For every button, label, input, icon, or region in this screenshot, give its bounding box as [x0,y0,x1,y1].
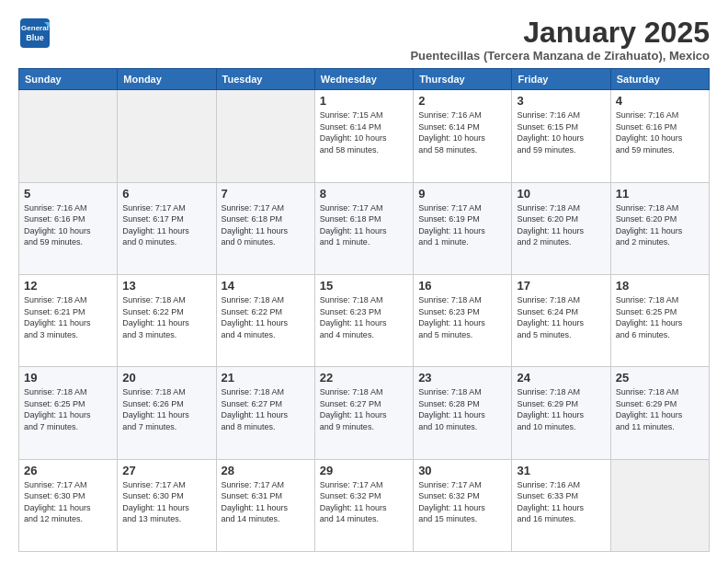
day-info: Sunrise: 7:18 AM Sunset: 6:25 PM Dayligh… [616,294,704,340]
table-row: 16Sunrise: 7:18 AM Sunset: 6:23 PM Dayli… [414,274,512,366]
day-number: 10 [517,187,605,201]
col-friday: Friday [512,69,610,90]
table-row: 2Sunrise: 7:16 AM Sunset: 6:14 PM Daylig… [414,90,512,182]
calendar-table: Sunday Monday Tuesday Wednesday Thursday… [18,68,710,552]
table-row: 29Sunrise: 7:17 AM Sunset: 6:32 PM Dayli… [314,459,413,551]
day-number: 3 [517,94,605,108]
table-row: 12Sunrise: 7:18 AM Sunset: 6:21 PM Dayli… [19,274,118,366]
table-row [118,90,216,182]
col-tuesday: Tuesday [216,69,314,90]
table-row: 28Sunrise: 7:17 AM Sunset: 6:31 PM Dayli… [216,459,314,551]
table-row: 14Sunrise: 7:18 AM Sunset: 6:22 PM Dayli… [216,274,314,366]
page: General Blue January 2025 Puentecillas (… [0,0,728,563]
day-number: 22 [320,371,408,385]
day-number: 9 [418,187,506,201]
table-row [610,459,709,551]
day-info: Sunrise: 7:18 AM Sunset: 6:25 PM Dayligh… [24,386,112,432]
day-number: 25 [616,371,704,385]
day-info: Sunrise: 7:18 AM Sunset: 6:29 PM Dayligh… [616,386,704,432]
svg-text:Blue: Blue [26,33,44,42]
table-row: 22Sunrise: 7:18 AM Sunset: 6:27 PM Dayli… [314,367,413,459]
day-info: Sunrise: 7:17 AM Sunset: 6:17 PM Dayligh… [122,202,210,248]
day-info: Sunrise: 7:18 AM Sunset: 6:22 PM Dayligh… [222,294,310,340]
day-number: 12 [24,279,112,293]
day-info: Sunrise: 7:18 AM Sunset: 6:20 PM Dayligh… [616,202,704,248]
day-info: Sunrise: 7:18 AM Sunset: 6:20 PM Dayligh… [517,202,605,248]
day-number: 16 [418,279,506,293]
col-saturday: Saturday [610,69,709,90]
day-number: 15 [320,279,408,293]
day-info: Sunrise: 7:17 AM Sunset: 6:32 PM Dayligh… [418,479,506,525]
table-row: 8Sunrise: 7:17 AM Sunset: 6:18 PM Daylig… [314,182,413,274]
table-row: 11Sunrise: 7:18 AM Sunset: 6:20 PM Dayli… [610,182,709,274]
table-row: 3Sunrise: 7:16 AM Sunset: 6:15 PM Daylig… [512,90,610,182]
day-number: 23 [418,371,506,385]
table-row: 30Sunrise: 7:17 AM Sunset: 6:32 PM Dayli… [414,459,512,551]
table-row: 31Sunrise: 7:16 AM Sunset: 6:33 PM Dayli… [512,459,610,551]
day-number: 11 [616,187,704,201]
day-number: 4 [616,94,704,108]
calendar-week-row: 12Sunrise: 7:18 AM Sunset: 6:21 PM Dayli… [19,274,710,366]
table-row [19,90,118,182]
month-title: January 2025 [410,17,710,49]
day-info: Sunrise: 7:18 AM Sunset: 6:27 PM Dayligh… [222,386,310,432]
calendar-week-row: 19Sunrise: 7:18 AM Sunset: 6:25 PM Dayli… [19,367,710,459]
day-info: Sunrise: 7:16 AM Sunset: 6:15 PM Dayligh… [517,109,605,155]
day-info: Sunrise: 7:16 AM Sunset: 6:14 PM Dayligh… [418,109,506,155]
table-row: 23Sunrise: 7:18 AM Sunset: 6:28 PM Dayli… [414,367,512,459]
day-number: 19 [24,371,112,385]
day-number: 27 [122,464,210,477]
col-monday: Monday [118,69,216,90]
col-thursday: Thursday [414,69,512,90]
day-info: Sunrise: 7:18 AM Sunset: 6:27 PM Dayligh… [320,386,408,432]
day-number: 5 [24,187,112,201]
table-row: 21Sunrise: 7:18 AM Sunset: 6:27 PM Dayli… [216,367,314,459]
day-number: 31 [517,464,605,477]
day-number: 26 [24,464,112,477]
day-number: 1 [320,94,408,108]
day-info: Sunrise: 7:15 AM Sunset: 6:14 PM Dayligh… [320,109,408,155]
day-number: 18 [616,279,704,293]
day-number: 29 [320,464,408,477]
table-row: 25Sunrise: 7:18 AM Sunset: 6:29 PM Dayli… [610,367,709,459]
day-info: Sunrise: 7:16 AM Sunset: 6:33 PM Dayligh… [517,479,605,525]
day-info: Sunrise: 7:18 AM Sunset: 6:23 PM Dayligh… [418,294,506,340]
location-title: Puentecillas (Tercera Manzana de Zirahua… [410,49,710,63]
day-info: Sunrise: 7:18 AM Sunset: 6:28 PM Dayligh… [418,386,506,432]
header: General Blue January 2025 Puentecillas (… [18,17,710,63]
day-info: Sunrise: 7:17 AM Sunset: 6:30 PM Dayligh… [24,479,112,525]
table-row: 20Sunrise: 7:18 AM Sunset: 6:26 PM Dayli… [118,367,216,459]
day-info: Sunrise: 7:16 AM Sunset: 6:16 PM Dayligh… [616,109,704,155]
day-info: Sunrise: 7:18 AM Sunset: 6:26 PM Dayligh… [122,386,210,432]
table-row: 1Sunrise: 7:15 AM Sunset: 6:14 PM Daylig… [314,90,413,182]
table-row: 24Sunrise: 7:18 AM Sunset: 6:29 PM Dayli… [512,367,610,459]
day-number: 14 [222,279,310,293]
day-info: Sunrise: 7:16 AM Sunset: 6:16 PM Dayligh… [24,202,112,248]
day-number: 13 [122,279,210,293]
day-info: Sunrise: 7:17 AM Sunset: 6:31 PM Dayligh… [222,479,310,525]
day-info: Sunrise: 7:18 AM Sunset: 6:23 PM Dayligh… [320,294,408,340]
table-row: 5Sunrise: 7:16 AM Sunset: 6:16 PM Daylig… [19,182,118,274]
day-info: Sunrise: 7:17 AM Sunset: 6:18 PM Dayligh… [222,202,310,248]
logo: General Blue [18,17,51,50]
calendar-week-row: 1Sunrise: 7:15 AM Sunset: 6:14 PM Daylig… [19,90,710,182]
table-row [216,90,314,182]
table-row: 13Sunrise: 7:18 AM Sunset: 6:22 PM Dayli… [118,274,216,366]
day-number: 8 [320,187,408,201]
day-info: Sunrise: 7:17 AM Sunset: 6:19 PM Dayligh… [418,202,506,248]
table-row: 27Sunrise: 7:17 AM Sunset: 6:30 PM Dayli… [118,459,216,551]
table-row: 7Sunrise: 7:17 AM Sunset: 6:18 PM Daylig… [216,182,314,274]
day-number: 30 [418,464,506,477]
table-row: 19Sunrise: 7:18 AM Sunset: 6:25 PM Dayli… [19,367,118,459]
title-section: January 2025 Puentecillas (Tercera Manza… [410,17,710,63]
table-row: 4Sunrise: 7:16 AM Sunset: 6:16 PM Daylig… [610,90,709,182]
svg-text:General: General [21,24,49,32]
table-row: 6Sunrise: 7:17 AM Sunset: 6:17 PM Daylig… [118,182,216,274]
day-info: Sunrise: 7:17 AM Sunset: 6:30 PM Dayligh… [122,479,210,525]
day-number: 24 [517,371,605,385]
day-number: 17 [517,279,605,293]
day-number: 6 [122,187,210,201]
day-info: Sunrise: 7:18 AM Sunset: 6:24 PM Dayligh… [517,294,605,340]
day-info: Sunrise: 7:18 AM Sunset: 6:21 PM Dayligh… [24,294,112,340]
col-wednesday: Wednesday [314,69,413,90]
